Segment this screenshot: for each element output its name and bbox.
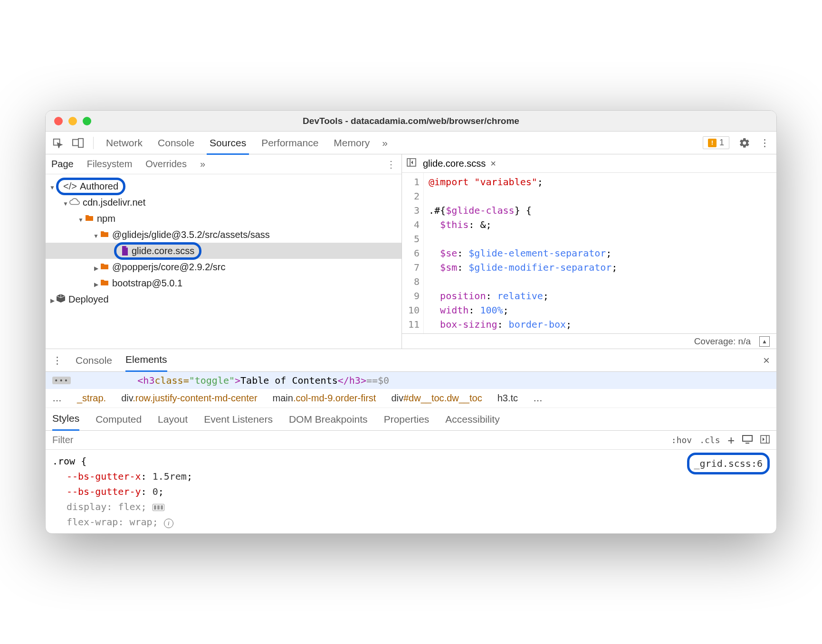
- chevron-right-icon: [92, 262, 100, 273]
- crumb-more-left[interactable]: …: [52, 393, 62, 404]
- styles-filter-bar: :hov .cls +: [46, 431, 776, 450]
- info-icon[interactable]: i: [164, 519, 173, 528]
- chevron-right-icon: [48, 294, 56, 305]
- styles-filter-input[interactable]: [52, 435, 664, 445]
- close-drawer-icon[interactable]: ×: [763, 354, 770, 367]
- styles-tab-properties[interactable]: Properties: [384, 414, 430, 425]
- navigator-tabs: Page Filesystem Overrides » ⋮: [46, 154, 401, 174]
- drawer-menu-icon[interactable]: ⋮: [52, 355, 62, 366]
- tree-bootstrap[interactable]: bootstrap@5.0.1: [46, 275, 401, 291]
- code-body[interactable]: @import "variables"; .#{$glide-class} { …: [424, 173, 622, 333]
- show-debugger-icon[interactable]: ▲: [759, 336, 770, 347]
- authored-label: Authored: [80, 181, 118, 192]
- crumb-h3[interactable]: h3.tc: [497, 393, 518, 404]
- cloud-icon: [69, 197, 80, 208]
- tab-console[interactable]: Console: [155, 135, 197, 151]
- chevron-down-icon: [77, 213, 85, 224]
- dom-ellipsis-icon[interactable]: •••: [52, 377, 71, 384]
- more-tabs-icon[interactable]: »: [382, 137, 388, 149]
- folder-icon: [100, 229, 109, 240]
- flex-editor-icon[interactable]: [153, 504, 164, 511]
- device-toggle-icon[interactable]: [72, 138, 84, 148]
- more-subtabs-icon[interactable]: »: [200, 159, 205, 170]
- subtab-filesystem[interactable]: Filesystem: [87, 159, 133, 170]
- tab-sources[interactable]: Sources: [207, 135, 249, 155]
- separator: [93, 137, 94, 149]
- crumb-more-right[interactable]: …: [533, 393, 543, 404]
- window-title: DevTools - datacadamia.com/web/browser/c…: [46, 116, 776, 126]
- styles-tab-layout[interactable]: Layout: [158, 414, 188, 425]
- warning-count: 1: [719, 138, 724, 148]
- styles-tab-computed[interactable]: Computed: [96, 414, 142, 425]
- svg-rect-2: [78, 138, 83, 147]
- folder-icon: [100, 278, 109, 289]
- main-toolbar: Network Console Sources Performance Memo…: [46, 132, 776, 154]
- styles-tab-accessibility[interactable]: Accessibility: [445, 414, 499, 425]
- coverage-label: Coverage: n/a: [694, 336, 751, 347]
- tree-glide-path[interactable]: @glidejs/glide@3.5.2/src/assets/sass: [46, 227, 401, 243]
- style-rule[interactable]: _grid.scss:6 .row { --bs-gutter-x: 1.5re…: [46, 450, 776, 533]
- drawer-tabs: ⋮ Console Elements ×: [46, 349, 776, 372]
- tab-network[interactable]: Network: [103, 135, 145, 151]
- chevron-down-icon: [62, 197, 69, 208]
- tab-memory[interactable]: Memory: [331, 135, 373, 151]
- editor-tab-glide[interactable]: glide.core.scss ×: [423, 158, 496, 169]
- devtools-window: DevTools - datacadamia.com/web/browser/c…: [45, 110, 777, 534]
- subtab-page[interactable]: Page: [51, 159, 74, 170]
- rule-selector: .row {: [52, 454, 770, 469]
- cls-toggle[interactable]: .cls: [699, 435, 720, 445]
- inspect-icon[interactable]: [52, 138, 63, 148]
- crumb-row[interactable]: div.row.justify-content-md-center: [121, 393, 257, 404]
- chevron-down-icon: [48, 181, 56, 192]
- coverage-bar: Coverage: n/a ▲: [402, 333, 776, 349]
- tree-popper[interactable]: @popperjs/core@2.9.2/src: [46, 259, 401, 275]
- close-tab-icon[interactable]: ×: [490, 158, 496, 169]
- styles-tab-eventlisteners[interactable]: Event Listeners: [204, 414, 273, 425]
- line-gutter: 1234567891011: [402, 173, 424, 333]
- styles-tab-styles[interactable]: Styles: [52, 413, 79, 431]
- file-icon: [121, 246, 129, 256]
- breadcrumb: … _strap. div.row.justify-content-md-cen…: [46, 389, 776, 408]
- drawer-tab-elements[interactable]: Elements: [125, 354, 167, 372]
- tree-deployed[interactable]: Deployed: [46, 291, 401, 307]
- tree-glide-file[interactable]: glide.core.scss: [46, 243, 401, 259]
- styles-tab-dombreakpoints[interactable]: DOM Breakpoints: [289, 414, 368, 425]
- styles-tabs: Styles Computed Layout Event Listeners D…: [46, 408, 776, 431]
- file-tree: </> Authored cdn.jsdelivr.net: [46, 174, 401, 311]
- tree-npm[interactable]: npm: [46, 210, 401, 227]
- code-icon: </>: [63, 181, 77, 192]
- sources-navigator: Page Filesystem Overrides » ⋮ </> Author…: [46, 154, 402, 349]
- crumb-toc[interactable]: div#dw__toc.dw__toc: [391, 393, 482, 404]
- box-icon: [56, 294, 66, 305]
- dom-selected-node[interactable]: ••• <h3 class="toggle">Table of Contents…: [46, 372, 776, 389]
- toggle-navigator-icon[interactable]: [407, 158, 416, 169]
- svg-rect-7: [761, 436, 769, 443]
- settings-icon[interactable]: [739, 137, 750, 149]
- warning-icon: !: [708, 139, 717, 147]
- folder-icon: [85, 213, 94, 224]
- kebab-menu-icon[interactable]: ⋮: [760, 137, 770, 149]
- drawer-tab-console[interactable]: Console: [76, 355, 112, 366]
- crumb-main[interactable]: main.col-md-9.order-first: [273, 393, 376, 404]
- tab-performance[interactable]: Performance: [258, 135, 321, 151]
- tree-host[interactable]: cdn.jsdelivr.net: [46, 194, 401, 210]
- editor-tabs: glide.core.scss ×: [402, 154, 776, 173]
- toggle-sidebar-icon[interactable]: [760, 435, 770, 445]
- folder-icon: [100, 262, 109, 273]
- warnings-badge[interactable]: ! 1: [703, 136, 729, 149]
- chevron-right-icon: [92, 278, 100, 289]
- subtab-overrides[interactable]: Overrides: [145, 159, 187, 170]
- new-style-rule-icon[interactable]: +: [728, 434, 735, 447]
- rule-source-link[interactable]: _grid.scss:6: [687, 453, 770, 474]
- navigator-menu-icon[interactable]: ⋮: [386, 159, 396, 170]
- hov-toggle[interactable]: :hov: [671, 435, 692, 445]
- chevron-down-icon: [92, 229, 100, 240]
- tree-authored[interactable]: </> Authored: [46, 178, 401, 194]
- source-editor: glide.core.scss × 1234567891011 @import …: [402, 154, 776, 349]
- crumb-strap[interactable]: _strap.: [77, 393, 106, 404]
- titlebar: DevTools - datacadamia.com/web/browser/c…: [46, 111, 776, 132]
- svg-rect-5: [743, 436, 752, 441]
- computed-styles-icon[interactable]: [742, 435, 753, 445]
